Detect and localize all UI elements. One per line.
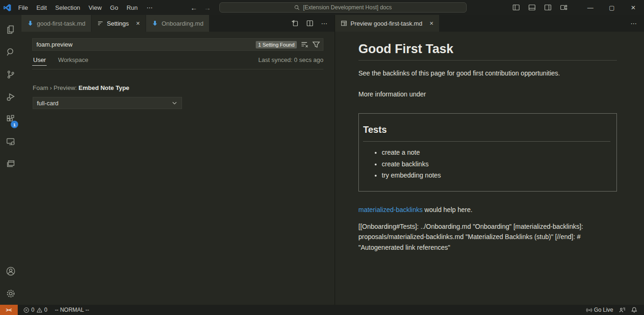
scope-tab-user[interactable]: User (32, 55, 47, 66)
setting-name: Embed Note Type (78, 84, 129, 91)
more-actions-icon[interactable]: ⋯ (321, 20, 328, 27)
list-item: create backlinks (382, 160, 612, 168)
tab-label: good-first-task.md (37, 20, 85, 27)
settings-result-count-badge: 1 Setting Found (256, 41, 297, 48)
last-synced-label: Last synced: 0 secs ago (259, 56, 323, 63)
split-editor-icon[interactable] (306, 20, 314, 27)
right-tab-bar: Preview good-first-task.md ✕ ⋯ (335, 15, 644, 32)
menu-view[interactable]: View (84, 3, 106, 13)
markdown-download-icon (152, 20, 158, 27)
vscode-logo-icon (0, 4, 14, 12)
navigate-back-icon[interactable]: ← (190, 4, 197, 12)
extensions-icon[interactable]: 1 (0, 108, 21, 130)
layout-controls (512, 4, 567, 11)
link-references-text: [[Onboarding#Tests]: ../Onboarding.md "O… (358, 221, 617, 253)
status-bar: >< 0 0 -- NORMAL -- Go Live (0, 305, 644, 315)
search-sidebar-icon[interactable] (0, 41, 21, 63)
list-item: try embedding notes (382, 171, 612, 179)
title-bar: File Edit Selection View Go Run ⋯ ← → [E… (0, 0, 644, 15)
run-debug-icon[interactable] (0, 86, 21, 108)
clear-settings-filter-icon[interactable] (301, 41, 308, 48)
open-settings-json-icon[interactable] (291, 20, 299, 27)
command-center-search[interactable]: [Extension Development Host] docs (219, 2, 467, 13)
menu-bar: File Edit Selection View Go Run ⋯ (14, 3, 158, 13)
settings-search-box: 1 Setting Found (32, 38, 323, 51)
embed-note-type-select[interactable]: full-card (33, 97, 182, 109)
toggle-secondary-sidebar-icon[interactable] (544, 4, 552, 11)
error-count: 0 (31, 307, 35, 313)
toggle-panel-icon[interactable] (528, 4, 536, 11)
remote-indicator[interactable]: >< (0, 305, 18, 315)
preview-link-line: materialized-backlinks would help here. (358, 206, 617, 213)
tab-label: Preview good-first-task.md (350, 20, 422, 27)
scope-tab-workspace[interactable]: Workspace (57, 55, 89, 66)
materialized-backlinks-link[interactable]: materialized-backlinks (358, 206, 423, 213)
tab-label: Settings (107, 20, 129, 27)
menu-run[interactable]: Run (122, 3, 142, 13)
source-control-icon[interactable] (0, 63, 21, 86)
go-live-label: Go Live (594, 307, 613, 313)
broadcast-icon (586, 307, 592, 313)
go-live-button[interactable]: Go Live (583, 305, 616, 315)
menu-selection[interactable]: Selection (51, 3, 84, 13)
menu-overflow-icon[interactable]: ⋯ (142, 3, 158, 13)
window-minimize-button[interactable]: — (580, 0, 601, 15)
tab-label: Onboarding.md (161, 20, 203, 27)
window-close-button[interactable]: ✕ (623, 0, 644, 15)
feedback-button[interactable] (616, 305, 628, 315)
editor-group-right: Preview good-first-task.md ✕ ⋯ Good Firs… (335, 15, 644, 305)
feedback-icon (619, 307, 625, 313)
divider (363, 141, 610, 142)
window-maximize-button[interactable]: ▢ (601, 0, 623, 15)
tab-good-first-task[interactable]: good-first-task.md (21, 15, 91, 32)
status-right: Go Live (583, 305, 644, 315)
customize-layout-icon[interactable] (560, 4, 567, 11)
editor-group-left: good-first-task.md Settings ✕ Onboarding… (21, 15, 335, 305)
titlebar-right: — ▢ ✕ (512, 0, 644, 15)
chevron-down-icon (171, 100, 178, 106)
windows-panel-icon[interactable] (0, 153, 21, 175)
preview-paragraph: More information under (358, 89, 617, 99)
settings-search-input[interactable] (36, 41, 256, 48)
settings-gear-icon[interactable] (0, 282, 21, 305)
menu-go[interactable]: Go (106, 3, 122, 13)
setting-item-embed-note-type: Foam › Preview: Embed Note Type full-car… (32, 84, 323, 109)
accounts-icon[interactable] (0, 260, 21, 282)
markdown-preview-icon (341, 20, 347, 27)
embedded-note-list: create a note create backlinks try embed… (363, 149, 612, 179)
toggle-primary-sidebar-icon[interactable] (512, 4, 520, 11)
command-center-label: [Extension Development Host] docs (303, 4, 392, 11)
markdown-download-icon (27, 20, 34, 27)
filter-settings-icon[interactable] (312, 41, 320, 48)
remote-explorer-icon[interactable] (0, 130, 21, 153)
explorer-icon[interactable] (0, 19, 21, 41)
bell-icon (631, 307, 637, 313)
preview-paragraph: See the backlinks of this page for good … (358, 68, 617, 78)
setting-title: Foam › Preview: Embed Note Type (33, 84, 323, 91)
workbench: 1 good-first-task.md (0, 15, 644, 305)
problems-status[interactable]: 0 0 (21, 305, 50, 315)
link-suffix-text: would help here. (423, 206, 473, 213)
select-value: full-card (37, 100, 58, 107)
menu-file[interactable]: File (14, 3, 32, 13)
settings-scope-tabs: User Workspace Last synced: 0 secs ago (32, 51, 323, 69)
embedded-note-card: Tests create a note create backlinks try… (358, 113, 617, 192)
notifications-button[interactable] (628, 305, 640, 315)
tab-close-icon[interactable]: ✕ (136, 21, 140, 27)
tab-preview-good-first-task[interactable]: Preview good-first-task.md ✕ (335, 15, 440, 32)
markdown-preview: Good First Task See the backlinks of thi… (335, 32, 644, 305)
settings-editor-icon (97, 20, 104, 27)
activity-bar: 1 (0, 15, 21, 305)
history-navigation: ← → (190, 4, 211, 12)
tab-settings[interactable]: Settings ✕ (91, 15, 146, 32)
vim-mode-indicator[interactable]: -- NORMAL -- (50, 305, 92, 315)
settings-editor: 1 Setting Found User Workspace Last sync… (21, 32, 335, 305)
tab-close-icon[interactable]: ✕ (429, 21, 434, 27)
menu-edit[interactable]: Edit (32, 3, 51, 13)
tab-onboarding[interactable]: Onboarding.md (146, 15, 210, 32)
navigate-forward-icon[interactable]: → (204, 4, 211, 12)
more-actions-icon[interactable]: ⋯ (630, 20, 637, 27)
embedded-note-title: Tests (363, 124, 612, 135)
left-tab-bar: good-first-task.md Settings ✕ Onboarding… (21, 15, 335, 32)
settings-search-actions (301, 41, 320, 48)
